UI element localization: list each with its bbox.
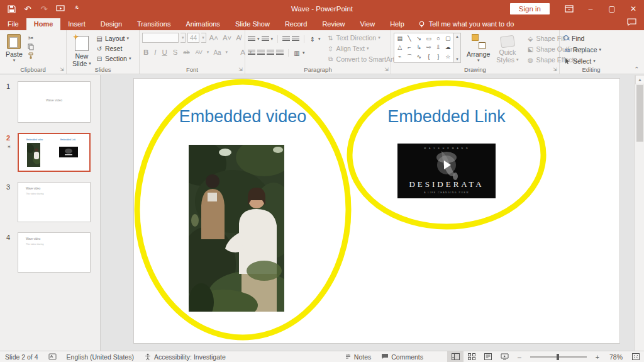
customize-qat-icon[interactable]: ⸛	[72, 4, 82, 14]
reading-view-button[interactable]	[480, 351, 496, 362]
sign-in-button[interactable]: Sign in	[510, 3, 550, 14]
scroll-up-icon[interactable]: ▲	[635, 75, 644, 84]
font-name-combobox[interactable]	[142, 33, 179, 43]
paste-button[interactable]: Paste ▾	[3, 33, 26, 64]
tab-record[interactable]: Record	[277, 18, 314, 30]
font-dialog-launcher-icon[interactable]: ⇲	[238, 67, 243, 72]
slide-thumbnail-panel[interactable]: 1 Wave video 2 ✶ Embedded video Embedded…	[0, 75, 101, 351]
zoom-out-button[interactable]: –	[513, 353, 526, 361]
fit-slide-to-window-icon[interactable]	[628, 351, 644, 362]
text-shadow-button[interactable]: S	[172, 48, 179, 56]
tab-insert[interactable]: Insert	[60, 18, 93, 30]
underline-button[interactable]: U	[161, 48, 169, 56]
play-button-icon[interactable]	[437, 156, 456, 174]
slide-thumbnail-1[interactable]: Wave video	[18, 81, 91, 123]
minimize-button[interactable]: –	[580, 0, 601, 18]
font-size-caret[interactable]: ▾	[201, 33, 206, 43]
italic-button[interactable]: I	[153, 48, 157, 56]
convert-smartart-button[interactable]: ⧉Convert to SmartArt▾	[326, 55, 400, 64]
comments-button[interactable]: Comments	[376, 353, 428, 361]
tab-transitions[interactable]: Transitions	[130, 18, 178, 30]
zoom-slider[interactable]	[530, 356, 587, 358]
slide-sorter-view-button[interactable]	[464, 351, 480, 362]
copy-icon[interactable]	[27, 43, 35, 50]
scrollbar-thumb[interactable]	[636, 85, 643, 142]
select-button[interactable]: Select▾	[562, 57, 620, 65]
shapes-gallery-scrollbar[interactable]: ▲▼	[454, 33, 461, 63]
notes-button[interactable]: Notes	[340, 353, 376, 361]
layout-button[interactable]: ▤Layout▾	[94, 34, 133, 43]
align-left-icon[interactable]	[248, 50, 255, 57]
shapes-gallery[interactable]: ▤╲↘▭○▢ △⌐↳⇨⇩☁ ⌁⌒∿{}☆	[394, 33, 454, 63]
embedded-link-heading[interactable]: Embedded Link	[374, 107, 519, 127]
shrink-font-icon[interactable]: A˅	[221, 34, 233, 42]
tab-view[interactable]: View	[352, 18, 382, 30]
align-right-icon[interactable]	[267, 50, 274, 57]
restore-button[interactable]: ▢	[601, 0, 623, 18]
drawing-dialog-launcher-icon[interactable]: ⇲	[553, 67, 557, 72]
start-slideshow-icon[interactable]	[55, 4, 65, 14]
redo-icon[interactable]: ↷	[39, 4, 49, 14]
tab-file[interactable]: File	[0, 18, 26, 30]
text-direction-button[interactable]: ⇅Text Direction▾	[326, 33, 400, 42]
cut-icon[interactable]: ✂	[27, 35, 35, 42]
embedded-video-frame[interactable]	[189, 145, 284, 312]
increase-indent-icon[interactable]	[292, 36, 299, 43]
clipboard-dialog-launcher-icon[interactable]: ⇲	[60, 67, 64, 72]
arrange-button[interactable]: Arrange ▾	[464, 33, 493, 65]
change-case-button[interactable]: Aa	[212, 49, 222, 56]
embedded-link-thumbnail[interactable]: M A X E H R M A N N DESIDERATA A LIFE CH…	[397, 144, 496, 198]
section-button[interactable]: ⊟Section▾	[94, 54, 133, 63]
font-size-combobox[interactable]: 44	[187, 33, 199, 43]
slide-2[interactable]: Embedded video Embedded Link	[134, 79, 619, 343]
spellcheck-icon[interactable]	[43, 353, 62, 361]
collapse-ribbon-icon[interactable]: ⌃	[634, 66, 639, 72]
paragraph-dialog-launcher-icon[interactable]: ⇲	[384, 67, 389, 72]
language-status[interactable]: English (United States)	[62, 353, 139, 361]
find-button[interactable]: Find	[562, 34, 620, 43]
slide-thumbnail-4[interactable]: Wave video This video sharing	[18, 232, 91, 273]
align-text-button[interactable]: ⇳Align Text▾	[326, 44, 400, 53]
slide-thumbnail-2[interactable]: Embedded video Embedded Link	[18, 133, 91, 172]
tab-slideshow[interactable]: Slide Show	[228, 18, 277, 30]
slideshow-view-button[interactable]	[496, 351, 513, 362]
comments-bubble-icon[interactable]	[627, 17, 636, 30]
normal-view-button[interactable]	[447, 351, 464, 362]
align-center-icon[interactable]	[257, 50, 265, 57]
numbering-icon[interactable]	[262, 36, 269, 43]
zoom-in-button[interactable]: +	[591, 353, 604, 361]
tell-me-box[interactable]: Tell me what you want to do	[412, 18, 521, 30]
clear-formatting-icon[interactable]: A̸	[235, 34, 242, 42]
zoom-slider-thumb[interactable]	[557, 354, 559, 360]
accessibility-status[interactable]: Accessibility: Investigate	[139, 353, 231, 361]
zoom-level[interactable]: 78%	[604, 353, 628, 361]
columns-icon[interactable]: ▥	[293, 50, 301, 57]
quick-styles-button[interactable]: Quick Styles▾	[493, 33, 521, 65]
tab-review[interactable]: Review	[314, 18, 352, 30]
new-slide-button[interactable]: New Slide▾	[69, 33, 94, 69]
reset-button[interactable]: ↺Reset	[94, 44, 133, 53]
format-painter-icon[interactable]	[27, 52, 35, 59]
tab-design[interactable]: Design	[93, 18, 130, 30]
replace-button[interactable]: ab̲Replace▾	[562, 45, 620, 54]
bold-button[interactable]: B	[142, 48, 150, 56]
strikethrough-button[interactable]: ab	[182, 49, 191, 55]
line-spacing-icon[interactable]: ⇕	[309, 36, 316, 43]
save-icon[interactable]	[6, 4, 16, 14]
ribbon-display-options-icon[interactable]	[558, 0, 580, 18]
character-spacing-button[interactable]: AV	[194, 49, 204, 55]
embedded-video-heading[interactable]: Embedded video	[170, 107, 316, 127]
paste-dropdown-caret[interactable]: ▾	[13, 58, 16, 63]
tab-help[interactable]: Help	[382, 18, 412, 30]
vertical-scrollbar[interactable]: ▲	[635, 75, 644, 351]
slide-thumbnail-3[interactable]: Wave video This video sharing	[18, 182, 91, 222]
grow-font-icon[interactable]: A˄	[208, 34, 219, 42]
font-name-caret[interactable]: ▾	[180, 33, 186, 43]
close-button[interactable]: ✕	[623, 0, 644, 18]
undo-icon[interactable]: ↶	[23, 4, 33, 14]
justify-icon[interactable]	[276, 50, 284, 57]
tab-animations[interactable]: Animations	[178, 18, 227, 30]
bullets-icon[interactable]	[248, 36, 255, 43]
tab-home[interactable]: Home	[26, 18, 61, 30]
decrease-indent-icon[interactable]	[282, 36, 290, 43]
